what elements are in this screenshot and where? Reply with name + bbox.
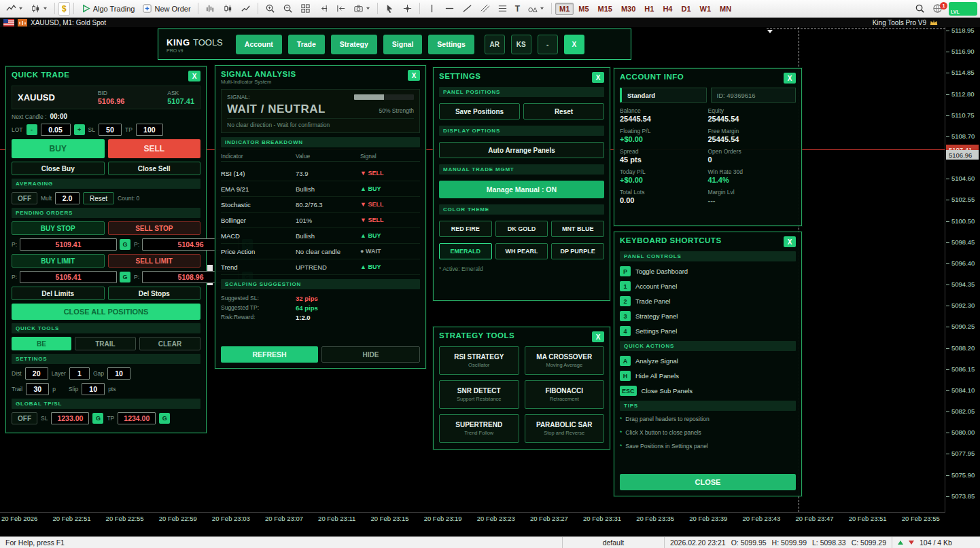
buy-stop-price-input[interactable] (20, 238, 117, 251)
theme-wh-pearl-button[interactable]: WH PEARL (495, 243, 548, 259)
timeframe-m5[interactable]: M5 (574, 3, 593, 15)
averaging-reset-button[interactable]: Reset (83, 192, 114, 204)
close-quick-trade-button[interactable]: X (188, 71, 200, 81)
buy-limit-button[interactable]: BUY LIMIT (12, 254, 105, 268)
ar-button[interactable]: AR (485, 35, 505, 54)
manage-manual-toggle[interactable]: Manage Manual : ON (439, 181, 604, 198)
supertrend-button[interactable]: SUPERTRENDTrend Follow (439, 414, 519, 443)
close-strategy-panel-button[interactable]: X (592, 331, 604, 342)
global-sl-input[interactable] (51, 412, 89, 424)
channel-tool[interactable] (476, 2, 493, 16)
shapes-tool-dropdown[interactable] (524, 2, 548, 16)
bar-chart-button[interactable] (202, 2, 219, 16)
lvl-indicator[interactable]: LVL (949, 2, 977, 16)
horizontal-line-tool[interactable] (441, 2, 458, 16)
zoom-out-button[interactable] (279, 2, 296, 16)
averaging-off-toggle[interactable]: OFF (12, 192, 37, 204)
parabolic-sar-button[interactable]: PARABOLIC SARStop and Reverse (525, 414, 605, 443)
timeframe-m30[interactable]: M30 (617, 3, 640, 15)
king-tools-header[interactable]: KING TOOLS PRO v9 Account Trade Strategy… (158, 29, 631, 60)
buy-limit-price-input[interactable] (20, 271, 117, 283)
chart-tab-title[interactable]: XAUUSD, M1: Gold Spot (31, 19, 106, 26)
minimize-dashboard-button[interactable]: - (538, 35, 558, 54)
hide-signal-button[interactable]: HIDE (321, 346, 420, 363)
theme-emerald-button[interactable]: EMERALD (439, 243, 492, 259)
zoom-in-button[interactable] (262, 2, 279, 16)
breakeven-button[interactable]: BE (12, 337, 71, 350)
notifications-button[interactable]: 1 (929, 2, 946, 16)
gap-input[interactable] (107, 367, 130, 380)
auto-arrange-button[interactable]: Auto Arrange Panels (439, 142, 604, 158)
dist-input[interactable] (25, 367, 48, 380)
ks-button[interactable]: KS (511, 35, 531, 54)
nav-settings-button[interactable]: Settings (428, 35, 474, 54)
tile-windows-button[interactable] (297, 2, 314, 16)
reset-positions-button[interactable]: Reset (523, 103, 604, 120)
nav-signal-button[interactable]: Signal (383, 35, 423, 54)
sl-input[interactable] (99, 124, 122, 136)
quick-trade-header[interactable]: QUICK TRADE X (6, 67, 206, 83)
mult-input[interactable] (55, 192, 80, 204)
delete-stops-button[interactable]: Del Stops (108, 287, 201, 300)
global-sl-g-button[interactable]: G (92, 413, 103, 424)
layer-input[interactable] (69, 367, 90, 380)
nav-trade-button[interactable]: Trade (288, 35, 325, 54)
search-button[interactable] (911, 2, 928, 16)
trail-button[interactable]: TRAIL (75, 337, 136, 350)
buy-limit-g-button[interactable]: G (120, 272, 130, 282)
rsi-strategy-button[interactable]: RSI STRATEGYOscillator (439, 346, 519, 375)
lot-input[interactable] (41, 124, 71, 136)
timeframe-w1[interactable]: W1 (696, 3, 716, 15)
nav-account-button[interactable]: Account (236, 35, 282, 54)
buy-stop-button[interactable]: BUY STOP (12, 221, 105, 235)
tp-input[interactable] (136, 124, 163, 136)
shortcuts-panel-header[interactable]: KEYBOARD SHORTCUTS X (614, 232, 801, 249)
theme-mnt-blue-button[interactable]: MNT BLUE (551, 221, 604, 237)
vertical-line-tool[interactable] (423, 2, 440, 16)
candlestick-chart-button[interactable] (220, 2, 237, 16)
cursor-tool-button[interactable] (381, 2, 398, 16)
lot-increase-button[interactable]: + (74, 124, 85, 135)
close-signal-panel-button[interactable]: X (408, 70, 420, 81)
time-axis[interactable]: 20 Feb 2026 20 Feb 22:51 20 Feb 22:55 20… (0, 513, 945, 536)
chart-type-dropdown[interactable] (27, 2, 51, 16)
close-settings-panel-button[interactable]: X (592, 72, 604, 83)
close-dashboard-button[interactable]: X (564, 35, 584, 54)
snr-detect-button[interactable]: SNR DETECTSupport Resistance (439, 380, 519, 409)
clear-button[interactable]: CLEAR (139, 337, 200, 350)
close-shortcuts-panel-button[interactable]: X (784, 236, 796, 247)
sell-limit-button[interactable]: SELL LIMIT (108, 254, 201, 268)
global-tpsl-off-toggle[interactable]: OFF (12, 412, 37, 424)
global-tp-input[interactable] (118, 412, 156, 424)
account-panel-header[interactable]: ACCOUNT INFO X (614, 69, 801, 85)
chart-shift-button[interactable] (332, 2, 349, 16)
text-tool[interactable]: T (512, 2, 523, 16)
sell-button[interactable]: SELL (108, 139, 201, 158)
close-all-positions-button[interactable]: CLOSE ALL POSITIONS (12, 304, 200, 320)
theme-dk-gold-button[interactable]: DK GOLD (495, 221, 548, 237)
signal-panel-header[interactable]: SIGNAL ANALYSIS Multi-Indicator System X (215, 66, 425, 86)
timeframe-m1[interactable]: M1 (555, 3, 574, 15)
global-tp-g-button[interactable]: G (159, 413, 170, 424)
crosshair-tool-button[interactable] (399, 2, 416, 16)
save-positions-button[interactable]: Save Positions (439, 103, 520, 120)
auto-scroll-button[interactable] (315, 2, 332, 16)
timeframe-h1[interactable]: H1 (640, 3, 658, 15)
delete-limits-button[interactable]: Del Limits (12, 287, 105, 300)
refresh-signal-button[interactable]: REFRESH (221, 346, 318, 363)
ma-crossover-button[interactable]: MA CROSSOVERMoving Average (525, 346, 605, 375)
buy-stop-g-button[interactable]: G (120, 239, 130, 250)
settings-panel-header[interactable]: SETTINGS X (434, 68, 610, 84)
timeframe-m15[interactable]: M15 (594, 3, 616, 15)
timeframe-mn[interactable]: MN (716, 3, 735, 15)
theme-dp-purple-button[interactable]: DP PURPLE (551, 243, 604, 259)
cursor-mode-dropdown[interactable] (3, 2, 27, 16)
fibonacci-button[interactable]: FIBONACCIRetracement (525, 380, 605, 409)
close-sell-button[interactable]: Close Sell (108, 162, 201, 175)
line-chart-button[interactable] (237, 2, 254, 16)
strategy-panel-header[interactable]: STRATEGY TOOLS X (434, 327, 610, 344)
price-axis[interactable]: 5118.95 5116.90 5114.85 5112.80 5110.75 … (946, 27, 980, 513)
profile-cell[interactable]: default (562, 537, 664, 548)
lot-decrease-button[interactable]: - (27, 124, 37, 135)
nav-strategy-button[interactable]: Strategy (331, 35, 377, 54)
